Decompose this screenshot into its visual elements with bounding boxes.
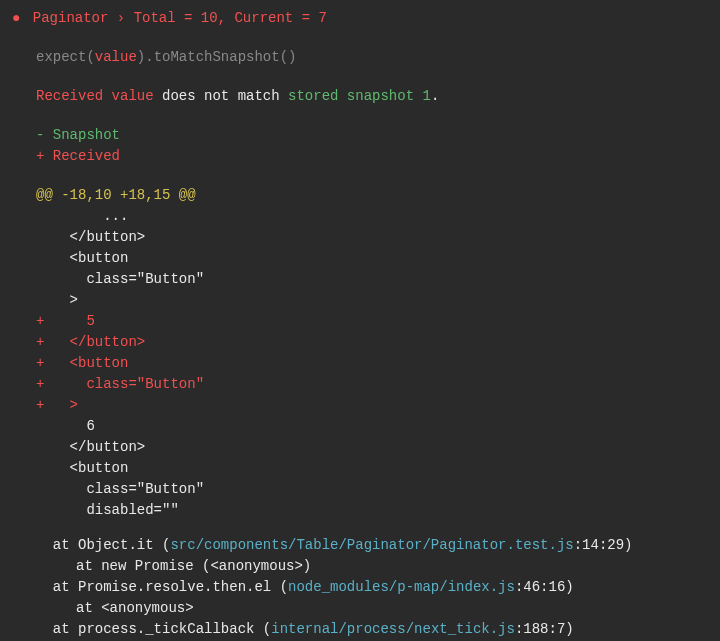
diff-block: @@ -18,10 +18,15 @@ ... </button> <butto… (12, 185, 708, 521)
expect-value: value (95, 49, 137, 65)
diff-header: @@ -18,10 +18,15 @@ (36, 185, 708, 206)
msg-middle: does not match (154, 88, 288, 104)
stack-prefix: at Object.it ( (36, 537, 170, 553)
stack-path: node_modules/p-map/index.js (288, 579, 515, 595)
bullet-icon: ● (12, 8, 20, 29)
diff-line: + class="Button" (36, 374, 708, 395)
diff-line: </button> (36, 227, 708, 248)
diff-line: class="Button" (36, 479, 708, 500)
stack-sub-frame: at new Promise (<anonymous>) (12, 556, 708, 577)
msg-end: . (431, 88, 439, 104)
stack-path: src/components/Table/Paginator/Paginator… (170, 537, 573, 553)
test-title: Paginator › Total = 10, Current = 7 (33, 10, 327, 26)
stack-prefix: at Promise.resolve.then.el ( (36, 579, 288, 595)
msg-received: Received value (36, 88, 154, 104)
stack-frame: at Promise.resolve.then.el (node_modules… (12, 577, 708, 598)
stack-frame: at process._tickCallback (internal/proce… (12, 619, 708, 640)
stack-trace: at Object.it (src/components/Table/Pagin… (12, 535, 708, 640)
stack-suffix: :188:7) (515, 621, 574, 637)
expect-prefix: expect( (36, 49, 95, 65)
diff-line: ... (36, 206, 708, 227)
stack-frame: at Object.it (src/components/Table/Pagin… (12, 535, 708, 556)
diff-line: <button (36, 458, 708, 479)
diff-line: + 5 (36, 311, 708, 332)
diff-line: > (36, 290, 708, 311)
error-message: Received value does not match stored sna… (12, 86, 708, 107)
stack-sub-frame: at <anonymous> (12, 598, 708, 619)
msg-snapshot: stored snapshot 1 (288, 88, 431, 104)
diff-line: <button (36, 248, 708, 269)
expect-line: expect(value).toMatchSnapshot() (12, 47, 708, 68)
stack-prefix: at process._tickCallback ( (36, 621, 271, 637)
legend-received: + Received (36, 146, 708, 167)
diff-line: + > (36, 395, 708, 416)
diff-line: </button> (36, 437, 708, 458)
stack-suffix: :46:16) (515, 579, 574, 595)
diff-line: disabled="" (36, 500, 708, 521)
diff-line: + <button (36, 353, 708, 374)
diff-lines: ... </button> <button class="Button" >+ … (36, 206, 708, 521)
diff-line: class="Button" (36, 269, 708, 290)
legend-snapshot: - Snapshot (36, 125, 708, 146)
diff-line: + </button> (36, 332, 708, 353)
test-header: ● Paginator › Total = 10, Current = 7 (12, 8, 708, 29)
expect-suffix: ).toMatchSnapshot() (137, 49, 297, 65)
diff-line: 6 (36, 416, 708, 437)
diff-legend: - Snapshot + Received (12, 125, 708, 167)
stack-path: internal/process/next_tick.js (271, 621, 515, 637)
stack-suffix: :14:29) (574, 537, 633, 553)
